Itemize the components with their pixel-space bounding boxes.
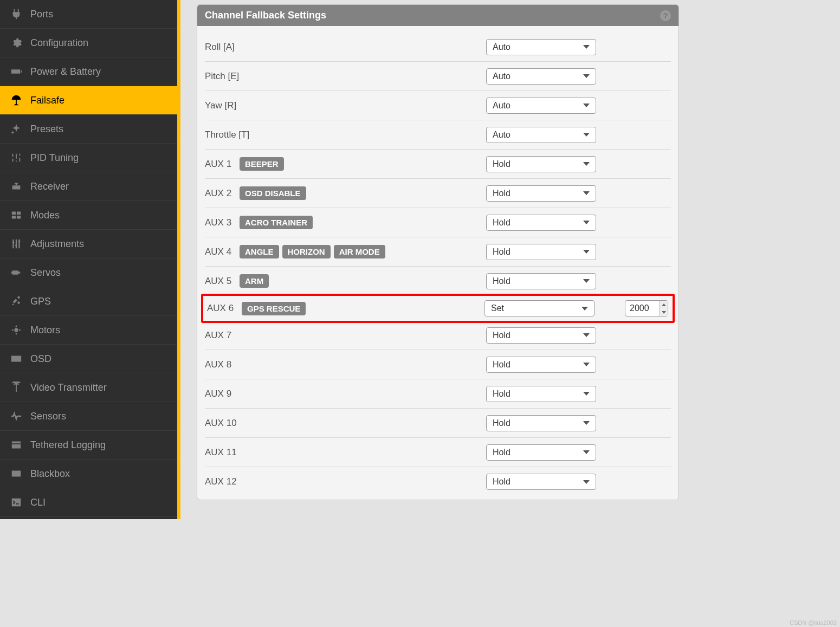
receiver-icon xyxy=(10,180,23,193)
sidebar-item-configuration[interactable]: Configuration xyxy=(0,29,177,57)
blackbox-icon xyxy=(10,467,23,480)
fallback-row: Throttle [T]Auto xyxy=(205,120,671,150)
fallback-mode-select[interactable]: Auto xyxy=(486,127,596,143)
panel-header: Channel Fallback Settings ? xyxy=(197,5,679,26)
step-down-icon[interactable] xyxy=(660,308,668,316)
sidebar-item-video-transmitter[interactable]: Video Transmitter xyxy=(0,373,177,402)
step-up-icon[interactable] xyxy=(660,301,668,308)
fallback-mode-select[interactable]: Hold xyxy=(486,185,596,202)
mode-badge: ACRO TRAINER xyxy=(240,216,313,229)
log-icon xyxy=(10,438,23,451)
sidebar-item-adjustments[interactable]: Adjustments xyxy=(0,230,177,258)
mode-badge: HORIZON xyxy=(282,245,331,258)
fallback-mode-select[interactable]: Hold xyxy=(486,444,596,461)
satellite-icon xyxy=(10,295,23,308)
terminal-icon xyxy=(10,496,23,509)
fallback-mode-select[interactable]: Auto xyxy=(486,68,596,85)
fallback-mode-select[interactable]: Hold xyxy=(486,357,596,373)
sidebar-item-cli[interactable]: CLI xyxy=(0,488,177,517)
fallback-mode-select[interactable]: Hold xyxy=(486,244,596,260)
select-value: Hold xyxy=(493,389,511,399)
sidebar-item-pid-tuning[interactable]: PID Tuning xyxy=(0,144,177,172)
fallback-row: Roll [A]Auto xyxy=(205,33,671,62)
fallback-row: AUX 3ACRO TRAINERHold xyxy=(205,208,671,237)
sidebar: PortsConfigurationPower & BatteryFailsaf… xyxy=(0,0,180,519)
channel-label: AUX 4 xyxy=(205,247,237,257)
select-value: Set xyxy=(491,303,504,313)
sidebar-item-receiver[interactable]: Receiver xyxy=(0,172,177,201)
fallback-mode-select[interactable]: Auto xyxy=(486,39,596,55)
fallback-mode-select[interactable]: Set xyxy=(484,300,595,316)
chevron-down-icon xyxy=(583,221,590,224)
mode-badges: OSD DISABLE xyxy=(240,186,306,200)
sidebar-item-label: Failsafe xyxy=(30,95,64,106)
fallback-mode-select[interactable]: Hold xyxy=(486,386,596,402)
sliders-icon xyxy=(10,151,23,164)
sidebar-item-ports[interactable]: Ports xyxy=(0,0,177,29)
select-value: Hold xyxy=(493,247,511,257)
spinner-buttons[interactable] xyxy=(659,301,668,316)
fallback-mode-select[interactable]: Auto xyxy=(486,98,596,114)
fallback-mode-select[interactable]: Hold xyxy=(486,273,596,289)
chevron-down-icon xyxy=(583,333,590,337)
mode-badge: BEEPER xyxy=(240,157,284,171)
fallback-row: AUX 10Hold xyxy=(205,409,671,438)
select-value: Hold xyxy=(493,331,511,340)
channel-label: AUX 7 xyxy=(205,330,487,341)
chevron-down-icon xyxy=(583,450,590,454)
sidebar-item-motors[interactable]: Motors xyxy=(0,316,177,345)
select-value: Hold xyxy=(493,189,511,198)
sidebar-item-modes[interactable]: Modes xyxy=(0,201,177,230)
fallback-mode-select[interactable]: Hold xyxy=(486,415,596,431)
motor-icon xyxy=(10,324,23,337)
sidebar-item-sensors[interactable]: Sensors xyxy=(0,402,177,431)
select-value: Auto xyxy=(493,101,511,111)
chevron-down-icon xyxy=(583,480,590,484)
chevron-down-icon xyxy=(583,104,590,107)
sidebar-item-label: Presets xyxy=(30,124,63,135)
sidebar-item-label: Modes xyxy=(30,210,60,221)
channel-label: AUX 11 xyxy=(205,447,487,458)
select-value: Auto xyxy=(493,130,511,140)
sidebar-item-label: OSD xyxy=(30,353,51,365)
mode-badges: ARM xyxy=(240,274,269,288)
fallback-mode-select[interactable]: Hold xyxy=(486,156,596,172)
sidebar-item-label: Ports xyxy=(30,9,53,20)
fallback-mode-select[interactable]: Hold xyxy=(486,327,596,344)
fallback-mode-select[interactable]: Hold xyxy=(486,215,596,231)
chevron-down-icon xyxy=(583,421,590,425)
sidebar-item-label: Servos xyxy=(30,267,61,279)
sidebar-item-servos[interactable]: Servos xyxy=(0,258,177,287)
sidebar-item-gps[interactable]: GPS xyxy=(0,287,177,316)
sidebar-item-tethered-logging[interactable]: Tethered Logging xyxy=(0,431,177,460)
channel-label: Yaw [R] xyxy=(205,100,487,111)
chevron-down-icon xyxy=(583,250,590,254)
fallback-rows: Roll [A]AutoPitch [E]AutoYaw [R]AutoThro… xyxy=(197,26,679,500)
fallback-row: AUX 5ARMHold xyxy=(205,267,671,296)
sidebar-item-power-battery[interactable]: Power & Battery xyxy=(0,57,177,86)
fallback-value-input[interactable]: 2000 xyxy=(625,300,668,316)
mode-badges: GPS RESCUE xyxy=(242,302,306,315)
fallback-mode-select[interactable]: Hold xyxy=(486,474,596,490)
select-value: Hold xyxy=(493,276,511,286)
sparkle-icon xyxy=(10,122,23,135)
fallback-row: AUX 1BEEPERHold xyxy=(205,150,671,179)
help-icon[interactable]: ? xyxy=(660,10,671,21)
channel-label: AUX 2 xyxy=(205,188,237,199)
sidebar-item-presets[interactable]: Presets xyxy=(0,115,177,144)
channel-label: AUX 10 xyxy=(205,418,487,429)
sidebar-item-label: Configuration xyxy=(30,37,88,49)
sidebar-item-failsafe[interactable]: Failsafe xyxy=(0,86,177,115)
select-value: Hold xyxy=(493,218,511,228)
sidebar-item-label: Power & Battery xyxy=(30,66,101,77)
select-value: Auto xyxy=(493,72,511,81)
sidebar-item-osd[interactable]: OSD xyxy=(0,345,177,373)
channel-label: Pitch [E] xyxy=(205,71,487,82)
mode-badge: OSD DISABLE xyxy=(240,186,306,200)
sidebar-item-label: GPS xyxy=(30,296,51,307)
mode-badge: AIR MODE xyxy=(334,245,385,258)
sidebar-item-blackbox[interactable]: Blackbox xyxy=(0,460,177,488)
channel-label: Roll [A] xyxy=(205,42,487,53)
sidebar-item-label: Adjustments xyxy=(30,238,84,250)
chevron-down-icon xyxy=(583,74,590,78)
